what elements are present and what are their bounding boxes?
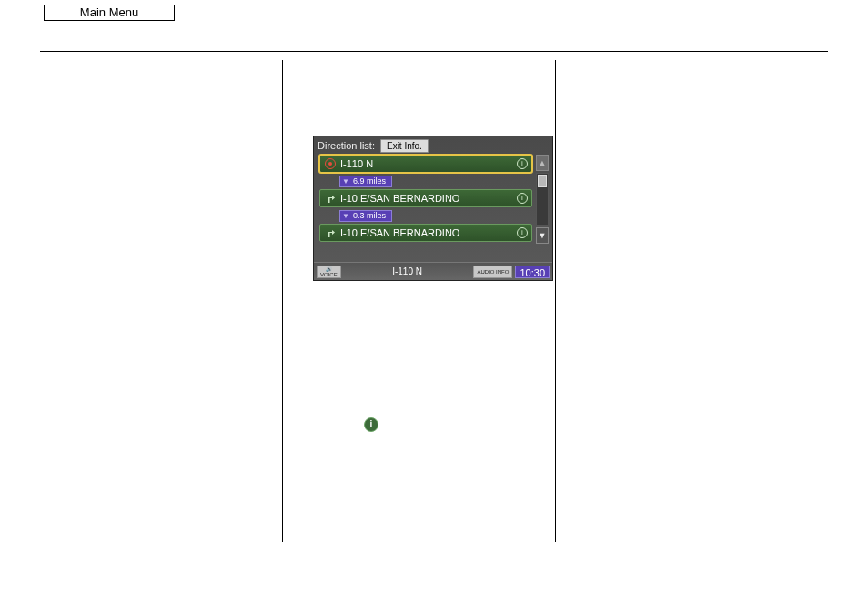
direction-label: I-10 E/SAN BERNARDINO <box>340 193 459 204</box>
direction-row[interactable]: I-10 E/SAN BERNARDINO i <box>319 189 532 207</box>
nav-header: Direction list: Exit Info. <box>314 136 552 155</box>
scroll-up-button[interactable]: ▲ <box>536 155 549 171</box>
scroll-track[interactable] <box>536 173 549 226</box>
audio-info-label: AUDIO INFO <box>477 269 509 275</box>
distance-badge: ▼ 0.3 miles <box>339 210 392 222</box>
header-divider <box>40 51 828 52</box>
down-arrow-icon: ▼ <box>342 212 349 220</box>
direction-list-body: I-110 N i ▼ 6.9 miles I-10 E/SAN BERNARD… <box>319 155 549 244</box>
voice-label: VOICE <box>320 272 338 277</box>
main-menu-button[interactable]: Main Menu <box>44 5 175 21</box>
navigation-screen: Direction list: Exit Info. I-110 N i ▼ 6… <box>313 136 553 281</box>
distance-row: ▼ 0.3 miles <box>339 209 532 222</box>
exit-info-button[interactable]: Exit Info. <box>380 139 429 153</box>
distance-value: 0.3 miles <box>353 211 386 220</box>
clock: 10:30 <box>515 266 550 278</box>
column-divider-left <box>282 60 283 542</box>
scroll-down-button[interactable]: ▼ <box>536 227 549 244</box>
down-arrow-icon: ▼ <box>342 177 349 186</box>
column-divider-right <box>555 60 556 542</box>
footer-route-label: I-110 N <box>344 266 471 276</box>
turn-right-icon <box>324 192 337 205</box>
distance-badge: ▼ 6.9 miles <box>339 176 392 187</box>
voice-button[interactable]: 🔊 VOICE <box>317 266 341 278</box>
scroll-thumb[interactable] <box>538 175 547 187</box>
current-location-icon <box>324 157 337 170</box>
info-icon[interactable]: i <box>517 227 528 238</box>
direction-items: I-110 N i ▼ 6.9 miles I-10 E/SAN BERNARD… <box>319 155 532 244</box>
distance-value: 6.9 miles <box>353 176 386 186</box>
scrollbar: ▲ ▼ <box>536 155 549 244</box>
audio-info-button[interactable]: AUDIO INFO <box>473 266 512 278</box>
direction-label: I-10 E/SAN BERNARDINO <box>340 227 459 238</box>
direction-row[interactable]: I-110 N i <box>319 155 532 173</box>
direction-row[interactable]: I-10 E/SAN BERNARDINO i <box>319 224 532 242</box>
distance-row: ▼ 6.9 miles <box>339 175 532 187</box>
direction-label: I-110 N <box>340 158 373 169</box>
info-icon: i <box>364 417 378 432</box>
turn-right-icon <box>324 226 337 239</box>
info-icon[interactable]: i <box>517 158 528 169</box>
info-icon[interactable]: i <box>517 193 528 204</box>
direction-list-title: Direction list: <box>318 140 375 151</box>
nav-footer: 🔊 VOICE I-110 N AUDIO INFO 10:30 <box>314 262 552 280</box>
